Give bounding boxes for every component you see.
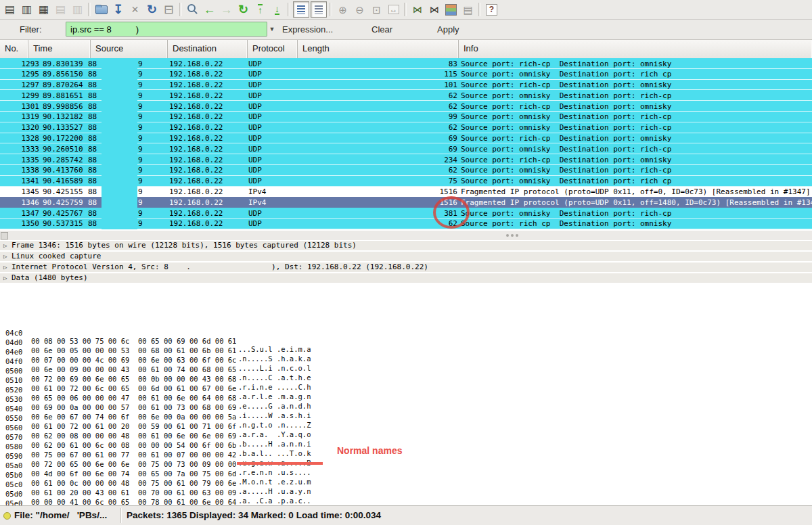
find-packet-icon[interactable] xyxy=(185,1,200,18)
expression-button[interactable]: Expression... xyxy=(282,24,333,35)
detail-row[interactable]: ▷ Internet Protocol Version 4, Src: 8 . … xyxy=(0,262,812,272)
column-header[interactable]: Destination xyxy=(168,40,248,58)
colorize-toggle-icon[interactable] xyxy=(293,1,309,18)
packet-time: 90.425155 xyxy=(43,187,83,196)
packet-number: 1341 xyxy=(0,177,39,185)
print-icon[interactable]: ⊟ xyxy=(161,1,177,18)
lower-panes: ▷ Frame 1346: 1516 bytes on wire (12128 … xyxy=(0,240,812,506)
column-header[interactable]: Source xyxy=(91,40,168,58)
preferences-icon[interactable]: ▤ xyxy=(460,1,476,18)
expert-info-icon[interactable] xyxy=(3,512,11,520)
scrollbar-thumb[interactable] xyxy=(1,232,8,239)
save-file-icon[interactable]: ↧ xyxy=(110,1,126,18)
packet-source: 88 xyxy=(88,209,97,218)
expander-icon[interactable]: ▷ xyxy=(3,252,7,261)
clear-button[interactable]: Clear xyxy=(371,24,392,35)
go-forward-icon[interactable]: → xyxy=(219,1,234,18)
hex-row[interactable]: 04e0 00 07 00 00 00 4c 00 69 00 6e 00 63… xyxy=(0,340,812,349)
packet-info: Source port: rich-cp Destination port: o… xyxy=(461,102,671,111)
hex-row[interactable]: 05d0 00 00 00 41 00 6c 00 65 00 78 00 61… xyxy=(0,482,812,491)
icon-glyph: ↻ xyxy=(238,3,248,16)
column-header-label: Info xyxy=(464,43,478,53)
column-header[interactable]: Protocol xyxy=(248,40,298,58)
stop-capture-icon[interactable]: ▤ xyxy=(53,1,68,18)
go-first-icon[interactable]: ↑ xyxy=(252,1,268,18)
hex-row[interactable]: 0520 00 65 00 06 00 00 00 47 00 61 00 6e… xyxy=(0,378,812,387)
go-to-packet-icon[interactable]: ↻ xyxy=(235,1,251,18)
hex-row[interactable]: 05e0 00 65 00 72 00 09 00 00 00 46 00 72… xyxy=(0,491,812,501)
hex-row[interactable]: 0510 00 61 00 72 00 6c 00 65 00 6d 00 61… xyxy=(0,368,812,378)
zoom-100-icon[interactable]: ⊡ xyxy=(369,1,384,18)
packet-info: Source port: rich-cp Destination port: o… xyxy=(461,156,671,164)
detail-row[interactable]: ▷ Linux cooked capture xyxy=(0,252,812,261)
packet-protocol: UDP xyxy=(248,70,262,78)
packet-time: 90.132182 xyxy=(43,112,83,121)
autoscroll-toggle-icon[interactable] xyxy=(311,1,327,18)
packet-destination: 192.168.0.22 xyxy=(169,102,223,111)
hex-row[interactable]: 0590 00 72 00 65 00 6e 00 6e 00 75 00 73… xyxy=(0,444,812,453)
resize-columns-icon[interactable]: ↔ xyxy=(386,1,401,18)
pane-resize-grip[interactable] xyxy=(506,234,509,237)
packet-info: Source port: rich cp Destination port: o… xyxy=(461,219,671,228)
display-filter-icon[interactable]: ⋈ xyxy=(426,1,442,18)
go-back-icon[interactable]: ← xyxy=(202,1,217,18)
capture-filter-icon[interactable]: ⋈ xyxy=(409,1,425,18)
filter-input[interactable] xyxy=(66,22,267,37)
go-last-icon[interactable]: ↓ xyxy=(269,1,285,18)
column-header[interactable]: Length xyxy=(298,40,459,58)
detail-row[interactable]: ▷ Data (1480 bytes) xyxy=(0,273,812,283)
source-censor-block xyxy=(102,58,137,229)
toolbar-separator xyxy=(288,3,290,16)
reload-icon[interactable]: ↻ xyxy=(144,1,160,18)
help-icon[interactable]: ? xyxy=(484,1,499,18)
hex-row[interactable]: 0570 00 62 00 61 00 6c 00 08 00 00 00 54… xyxy=(0,425,812,434)
hex-row[interactable]: 0500 00 72 00 69 00 6e 00 65 00 0b 00 00… xyxy=(0,359,812,368)
packet-source: 88 xyxy=(88,112,97,121)
hex-row[interactable]: 0550 00 61 00 72 00 61 00 20 00 59 00 61… xyxy=(0,406,812,415)
packet-number: 1293 xyxy=(0,60,39,68)
hex-row[interactable]: 0560 00 62 00 08 00 00 00 48 00 61 00 6e… xyxy=(0,415,812,425)
filter-dropdown-icon[interactable]: ▼ xyxy=(266,23,278,35)
hex-row[interactable]: 0530 00 69 00 0a 00 00 00 57 00 61 00 73… xyxy=(0,387,812,396)
column-header[interactable]: Time xyxy=(28,40,91,58)
horizontal-scrollbar[interactable] xyxy=(0,230,812,241)
column-header[interactable]: Info xyxy=(459,40,812,58)
capture-options-icon[interactable]: ▥ xyxy=(19,1,35,18)
hex-row[interactable]: 05c0 00 61 00 20 00 43 00 61 00 70 00 61… xyxy=(0,472,812,482)
zoom-out-icon[interactable]: ⊖ xyxy=(352,1,367,18)
start-capture-icon[interactable]: ▦ xyxy=(36,1,51,18)
detail-row[interactable]: ▷ Frame 1346: 1516 bytes on wire (12128 … xyxy=(0,241,812,250)
packet-protocol: UDP xyxy=(248,156,262,164)
packet-source: 88 xyxy=(88,219,97,228)
expander-icon[interactable]: ▷ xyxy=(3,241,7,250)
apply-button[interactable]: Apply xyxy=(437,24,459,35)
coloring-rules-icon[interactable] xyxy=(443,1,459,18)
restart-capture-icon[interactable]: ▥ xyxy=(70,1,85,18)
hex-row[interactable]: 04d0 00 6e 00 05 00 00 00 53 00 68 00 61… xyxy=(0,330,812,340)
packet-destination: 192.168.0.22 xyxy=(169,134,223,143)
zoom-in-icon[interactable]: ⊕ xyxy=(335,1,351,18)
toolbar-separator xyxy=(404,3,407,16)
close-file-icon[interactable]: × xyxy=(127,1,143,18)
hex-row[interactable]: 05a0 00 4d 00 6f 00 6e 00 74 00 65 00 7a… xyxy=(0,453,812,463)
expander-icon[interactable]: ▷ xyxy=(3,262,7,272)
hex-row[interactable]: 04f0 00 6e 00 09 00 00 00 43 00 61 00 74… xyxy=(0,349,812,359)
packet-length: 115 xyxy=(379,70,457,78)
open-file-icon[interactable] xyxy=(93,1,109,18)
packet-time: 90.537315 xyxy=(43,219,83,228)
packet-source-tail: 9 xyxy=(138,156,143,164)
hex-row[interactable]: 05b0 00 61 00 0c 00 00 00 48 00 75 00 61… xyxy=(0,463,812,472)
packet-time: 90.285742 xyxy=(43,156,83,164)
packet-protocol: UDP xyxy=(248,81,262,89)
list-interfaces-icon[interactable]: ▤ xyxy=(2,1,18,18)
packet-destination: 192.168.0.22 xyxy=(169,187,223,196)
hex-row[interactable]: 0580 00 75 00 67 00 61 00 77 00 61 00 07… xyxy=(0,434,812,444)
packet-destination: 192.168.0.22 xyxy=(169,123,223,132)
packet-time: 90.425759 xyxy=(43,198,83,207)
packet-time: 89.870264 xyxy=(43,81,83,89)
expander-icon[interactable]: ▷ xyxy=(3,273,7,283)
packet-number: 1320 xyxy=(0,123,39,132)
column-header[interactable]: No. xyxy=(0,40,28,58)
packet-source: 88 xyxy=(88,81,97,89)
hex-row[interactable]: 0540 00 6e 00 67 00 74 00 6f 00 6e 00 0a… xyxy=(0,396,812,406)
